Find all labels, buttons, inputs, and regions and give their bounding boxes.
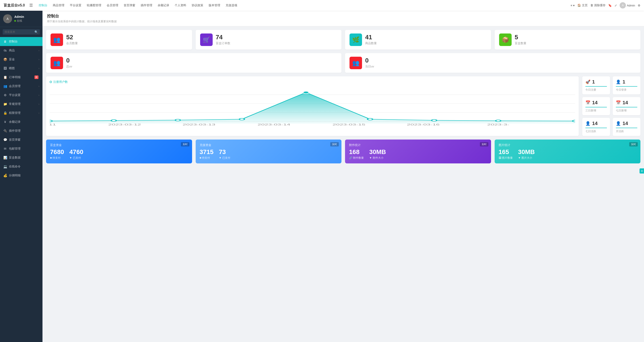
mail-icon: ✉ bbox=[3, 147, 7, 151]
top-nav-item-policy[interactable]: 协议政策 bbox=[190, 2, 206, 8]
top-nav-home[interactable]: 🏠 主页 bbox=[577, 3, 588, 7]
sidebar-item-online-cmd[interactable]: 💻 在线命令 bbox=[0, 162, 42, 171]
blindbox-icon: 📦 bbox=[3, 58, 7, 61]
orders-stat-icon: 🛒 bbox=[200, 33, 213, 46]
sidebar-item-blindbox-data[interactable]: 📊 盲盒数据 bbox=[0, 153, 42, 162]
products-stat-icon: 🌿 bbox=[350, 33, 362, 46]
top-nav-item-balance[interactable]: 余额记录 bbox=[156, 2, 172, 8]
sidebar-item-commission[interactable]: 💰 分佣明细 bbox=[0, 171, 42, 180]
image-count-stat: 165 🖼 图片数量 bbox=[499, 149, 513, 160]
7day-new-header: 📅 14 bbox=[616, 100, 637, 107]
members-stat-icon: 👥 bbox=[50, 33, 63, 46]
sidebar-item-platform[interactable]: ⚙ 平台设置 › bbox=[0, 91, 42, 100]
top-nav-settings-icon[interactable]: ⚙ bbox=[638, 4, 640, 7]
top-nav-item-carousel[interactable]: 轮播图管理 bbox=[84, 2, 104, 8]
float-button-label: A bbox=[641, 170, 643, 172]
sidebar-item-home-popup[interactable]: 💬 首页弹窗 bbox=[0, 135, 42, 144]
top-nav-more-icon[interactable]: ≡ ▾ bbox=[571, 4, 575, 7]
stat-today-register: 🚀 1 今日注册 bbox=[582, 76, 610, 94]
stats-row-top: 👥 52 会员数量 🛒 74 盲盒订单数 🌿 41 bbox=[46, 30, 640, 50]
sidebar-blindbox-label: 盲金 bbox=[9, 57, 38, 61]
today-register-label: 今日注册 bbox=[586, 88, 607, 92]
sidebar-mail-label: 包邮管理 bbox=[9, 147, 39, 151]
hamburger-icon[interactable]: ☰ bbox=[29, 3, 33, 8]
stat-card-total-uv: 👥 0 总uv bbox=[46, 53, 342, 73]
permissions-icon: 🔒 bbox=[3, 111, 7, 115]
page-title: 控制台 bbox=[47, 13, 640, 19]
chevron-right-icon: › bbox=[38, 49, 39, 52]
user2-icon: 👤 bbox=[586, 121, 590, 126]
chevron-right-icon6: › bbox=[38, 103, 39, 105]
bottom-card-images: 图片统计 实时 165 🖼 图片数量 30MB ▼ 图片大小 bbox=[495, 140, 641, 164]
top-nav-item-version[interactable]: 版本管理 bbox=[206, 2, 222, 8]
sidebar: A Admin 在线 🔍 🖥 控制台 🛍 商品 bbox=[0, 11, 42, 342]
float-button[interactable]: A bbox=[640, 168, 644, 173]
recharge-fund-badge: 实时 bbox=[330, 142, 339, 147]
attachments-stats: 168 🔗 附件数量 30MB ▼ 附件大小 bbox=[349, 149, 487, 160]
7day-active-header: 👤 14 bbox=[586, 121, 607, 128]
members-stat-label: 会员数量 bbox=[66, 41, 78, 45]
sidebar-user-avatar: A bbox=[3, 14, 12, 23]
top-nav-clear-cache[interactable]: 🗑 清除缓存 bbox=[590, 3, 606, 7]
sidebar-item-orders[interactable]: 📋 订单明细 新 bbox=[0, 73, 42, 82]
dashboard-icon: 🖥 bbox=[3, 40, 7, 43]
sidebar-item-goods[interactable]: 🛍 商品 › bbox=[0, 46, 42, 55]
today-login-value: 1 bbox=[622, 79, 625, 85]
top-nav-item-dashboard[interactable]: 控制台 bbox=[36, 2, 50, 8]
top-nav-item-products[interactable]: 商品管理 bbox=[50, 2, 67, 8]
today-register-value: 1 bbox=[592, 79, 595, 85]
attachment-size-stat: 30MB ▼ 附件大小 bbox=[369, 149, 386, 160]
chevron-right-icon4: › bbox=[38, 85, 39, 88]
svg-point-7 bbox=[239, 118, 244, 120]
sidebar-dashboard-label: 控制台 bbox=[9, 39, 39, 43]
attachment-count-stat: 168 🔗 附件数量 bbox=[349, 149, 364, 160]
products-stat-value: 41 bbox=[365, 34, 377, 40]
top-nav-item-profile[interactable]: 个人资料 bbox=[172, 2, 188, 8]
sidebar-item-plugins[interactable]: 🔌 插件管理 bbox=[0, 126, 42, 135]
top-nav-item-recharge[interactable]: 充值选项 bbox=[224, 2, 240, 8]
chart-dot bbox=[50, 81, 52, 83]
recharge-pending-stat: 3715 ■ 待支付 bbox=[200, 149, 214, 160]
sidebar-item-permissions[interactable]: 🔒 权限管理 › bbox=[0, 109, 42, 117]
chevron-right-icon7: › bbox=[38, 112, 39, 114]
sidebar-goods-label: 商品 bbox=[9, 48, 38, 52]
top-nav-item-members[interactable]: 会员管理 bbox=[104, 2, 120, 8]
sidebar-search-section: 🔍 bbox=[0, 27, 42, 37]
attachment-count-label: 🔗 附件数量 bbox=[349, 156, 364, 160]
today-uv-value: 0 bbox=[365, 57, 374, 64]
content-body: 👥 52 会员数量 🛒 74 盲盒订单数 🌿 41 bbox=[42, 30, 644, 167]
plugins-icon: 🔌 bbox=[3, 129, 7, 133]
blindboxes-stat-value: 5 bbox=[515, 34, 526, 40]
chevron-right-icon2: › bbox=[38, 58, 39, 61]
recharge-paid-stat: 73 ▼ 已支付 bbox=[219, 149, 230, 160]
sidebar-item-gallery[interactable]: 🖼 晒图 › bbox=[0, 64, 42, 73]
sidebar-item-mail[interactable]: ✉ 包邮管理 bbox=[0, 144, 42, 153]
registration-chart-svg: 3-11 2023-03-12 2023-03-13 2023-03-14 20… bbox=[50, 86, 575, 126]
top-nav-item-popup[interactable]: 首页弹窗 bbox=[122, 2, 138, 8]
sidebar-item-dashboard[interactable]: 🖥 控制台 bbox=[0, 37, 42, 46]
top-nav-user[interactable]: A Admin bbox=[620, 2, 635, 8]
top-nav-bookmark-icon[interactable]: 🔖 bbox=[608, 4, 612, 7]
cmd-icon: 💻 bbox=[3, 165, 7, 168]
sidebar-status: 在线 bbox=[14, 19, 24, 23]
today-register-header: 🚀 1 bbox=[586, 79, 607, 87]
top-nav-fullscreen-icon[interactable]: ⤢ bbox=[614, 4, 617, 7]
sidebar-item-blindbox[interactable]: 📦 盲金 › bbox=[0, 55, 42, 64]
blindbox-paid-stat: 4760 ▼ 已支付 bbox=[69, 149, 83, 160]
members-icon: 👥 bbox=[3, 84, 7, 88]
calendar2-icon: 📅 bbox=[616, 100, 621, 105]
orders-stat-label: 盲盒订单数 bbox=[216, 41, 230, 45]
top-nav-item-plugins[interactable]: 插件管理 bbox=[138, 2, 154, 8]
main-content: 控制台 用于展示当前系统中的统计数据、统计报表及重要实时数据 👥 52 会员数量… bbox=[42, 11, 644, 342]
sidebar-item-balance[interactable]: ¥ 余额记录 bbox=[0, 117, 42, 126]
members-stat-value: 52 bbox=[66, 34, 78, 40]
user-avatar: A bbox=[620, 2, 626, 8]
sidebar-plugins-label: 插件管理 bbox=[9, 129, 39, 133]
blindbox-paid-value: 4760 bbox=[69, 149, 83, 155]
top-nav-item-platform[interactable]: 平台设置 bbox=[68, 2, 84, 8]
sidebar-item-general[interactable]: 📁 常规管理 › bbox=[0, 100, 42, 109]
today-uv-icon: 👥 bbox=[350, 57, 362, 69]
blindbox-fund-badge: 实时 bbox=[181, 142, 190, 147]
status-online-dot bbox=[14, 20, 16, 22]
sidebar-item-members[interactable]: 👥 会员管理 › bbox=[0, 82, 42, 91]
